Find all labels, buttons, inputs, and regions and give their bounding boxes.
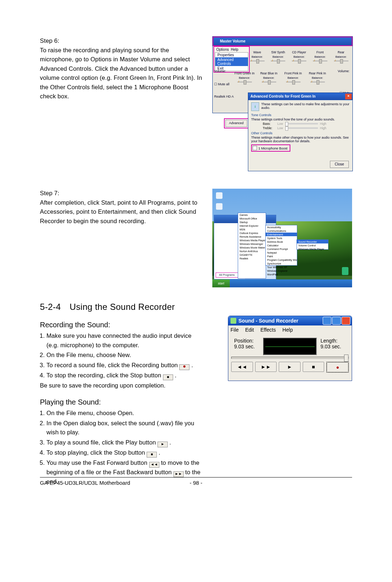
menu-item[interactable]: Sound Recorder: [297, 240, 328, 243]
menu-effects[interactable]: Effects: [260, 327, 276, 333]
col-cdplayer: CD Player: [289, 50, 309, 54]
lbl-volume: Volume:: [214, 69, 234, 73]
close-button[interactable]: [342, 317, 350, 325]
menu-item[interactable]: Accessibility: [266, 225, 297, 229]
mv-mid-columns: Front Green InBalance:♪ Rear Blue InBala…: [234, 71, 327, 85]
bass-row[interactable]: Bass:Low High: [263, 122, 350, 126]
play-icon: ►: [158, 442, 168, 447]
all-programs-item[interactable]: All Programs: [216, 272, 238, 278]
sr-panel: Position: 9.03 sec. Length: 9.03 sec.: [231, 336, 349, 356]
rewind-icon: ◄◄: [149, 462, 159, 468]
sr-title-text: Sound - Sound Recorder: [238, 318, 298, 324]
menu-item[interactable]: Microsoft Office: [238, 217, 266, 220]
flyout-all-programs[interactable]: GamesMicrosoft OfficeStartupInternet Exp…: [238, 213, 266, 279]
menu-item[interactable]: Notepad: [266, 251, 297, 254]
mv-menu-options[interactable]: Options: [216, 48, 229, 52]
menu-item[interactable]: Windows Media Player: [238, 238, 266, 242]
menu-item[interactable]: Paint: [266, 254, 297, 258]
menu-item[interactable]: Norton AntiVirus: [238, 249, 266, 253]
menu-item[interactable]: Communications: [266, 229, 297, 233]
recycle-bin-icon[interactable]: [342, 267, 348, 275]
menu-item[interactable]: Program Compatibility Wizard: [266, 258, 297, 262]
stop-button[interactable]: ■: [303, 362, 324, 372]
taskbar[interactable]: [212, 279, 352, 287]
fastfwd-button[interactable]: ►►: [255, 362, 277, 372]
rec-step-4: To stop the recording, click the Stop bu…: [46, 371, 203, 380]
play-step-2: In the Open dialog box, select the sound…: [46, 419, 203, 437]
menu-item[interactable]: Outlook Express: [238, 231, 266, 235]
menu-item[interactable]: Calculator: [266, 243, 297, 247]
desktop-icon[interactable]: [216, 203, 222, 210]
minimize-button[interactable]: [323, 317, 331, 325]
menu-item[interactable]: System Tools: [266, 236, 297, 240]
mic-boost-check[interactable]: 1 Microphone Boost: [251, 144, 290, 152]
other-desc: These settings make other changes to how…: [251, 136, 350, 143]
step7-label: Step 7:: [40, 189, 203, 198]
footer-page: - 98 -: [189, 480, 202, 486]
close-icon[interactable]: ×: [345, 94, 352, 99]
maximize-button[interactable]: [332, 317, 341, 325]
menu-edit[interactable]: Edit: [245, 327, 254, 333]
desktop-icon[interactable]: [216, 192, 222, 199]
sr-menu[interactable]: File Edit Effects Help: [228, 325, 352, 334]
step6-label: Step 6:: [40, 36, 203, 46]
menu-file[interactable]: File: [230, 327, 239, 333]
advanced-button[interactable]: Advanced: [225, 120, 247, 127]
col-rbi: Rear Blue In: [259, 71, 279, 75]
fastfwd-icon: ►►: [173, 471, 184, 477]
menu-item[interactable]: MSN: [238, 228, 266, 231]
close-button[interactable]: Close: [330, 161, 349, 168]
menu-item[interactable]: Windows Media Player: [297, 247, 328, 251]
mv-options-dropdown[interactable]: Options Help Properties Advanced Control…: [213, 46, 250, 73]
col-rpi: Rear Pink In: [307, 71, 327, 75]
col-front: Front: [310, 50, 330, 54]
col-fpi: Front Pink In: [283, 71, 303, 75]
menu-item[interactable]: Volume Control: [297, 243, 328, 247]
menu-help[interactable]: Help: [282, 327, 293, 333]
length-label: Length:: [320, 338, 346, 344]
menu-item[interactable]: Remote Assistance: [238, 235, 266, 238]
tone-controls-heading: Tone Controls: [251, 113, 350, 117]
menu-item[interactable]: Startup: [238, 220, 266, 224]
col-fgi: Front Green In: [234, 71, 254, 75]
menu-item[interactable]: Synchronize: [266, 262, 297, 265]
menu-item[interactable]: Internet Explorer: [238, 224, 266, 228]
menu-item[interactable]: Realtek: [238, 257, 266, 260]
menu-item[interactable]: GIGABYTE: [238, 253, 266, 257]
step6-text: Step 6: To raise the recording and playi…: [40, 36, 203, 101]
step7-row: Step 7: After completion, click Start, p…: [40, 189, 352, 287]
figure-start-menu: All Programs GamesMicrosoft OfficeStartu…: [212, 189, 352, 287]
menu-item[interactable]: Entertainment: [266, 233, 297, 236]
chk-mute-all[interactable]: Mute all: [218, 82, 230, 86]
sr-seek[interactable]: [231, 357, 349, 359]
step6-body: To raise the recording and playing sound…: [40, 46, 203, 101]
playing-heading: Playing the Sound:: [40, 398, 203, 406]
menu-item[interactable]: Command Prompt: [266, 247, 297, 251]
mv-dd-advanced[interactable]: Advanced Controls: [215, 57, 248, 66]
record-icon: [179, 364, 189, 370]
sr-app-icon: [230, 318, 236, 324]
mv-dd-properties[interactable]: Properties: [215, 53, 248, 57]
play-button[interactable]: ►: [279, 362, 301, 372]
treble-row[interactable]: Treble:Low High: [263, 126, 350, 130]
play-step-3: To play a sound file, click the Play but…: [46, 438, 203, 447]
mv-titlebar: Master Volume: [213, 37, 352, 46]
mv-menu-help[interactable]: Help: [231, 48, 238, 52]
flyout-entertainment[interactable]: Sound RecorderVolume ControlWindows Medi…: [297, 239, 328, 250]
page-footer: GA-EP45-UD3LR/UD3L Motherboard - 98 -: [40, 477, 352, 486]
col-rear: Rear: [331, 50, 351, 54]
play-step-4: To stop playing, click the Stop button ■…: [46, 448, 203, 458]
menu-item[interactable]: Windows Movie Maker: [238, 246, 266, 249]
start-button[interactable]: start: [212, 279, 230, 287]
record-button[interactable]: ●: [326, 362, 349, 373]
rewind-button[interactable]: ◄◄: [231, 362, 253, 372]
balance-label: Balance:: [247, 55, 267, 58]
menu-item[interactable]: Address Book: [266, 240, 297, 243]
menu-item[interactable]: WordPad: [266, 272, 297, 276]
menu-item[interactable]: Windows Explorer: [266, 269, 297, 272]
menu-item[interactable]: Tour Windows XP: [266, 265, 297, 269]
slider[interactable]: ♪: [250, 59, 265, 63]
menu-item[interactable]: Games: [238, 213, 266, 217]
flyout-accessories[interactable]: AccessibilityCommunicationsEntertainment…: [265, 225, 297, 266]
menu-item[interactable]: Windows Messenger: [238, 242, 266, 246]
